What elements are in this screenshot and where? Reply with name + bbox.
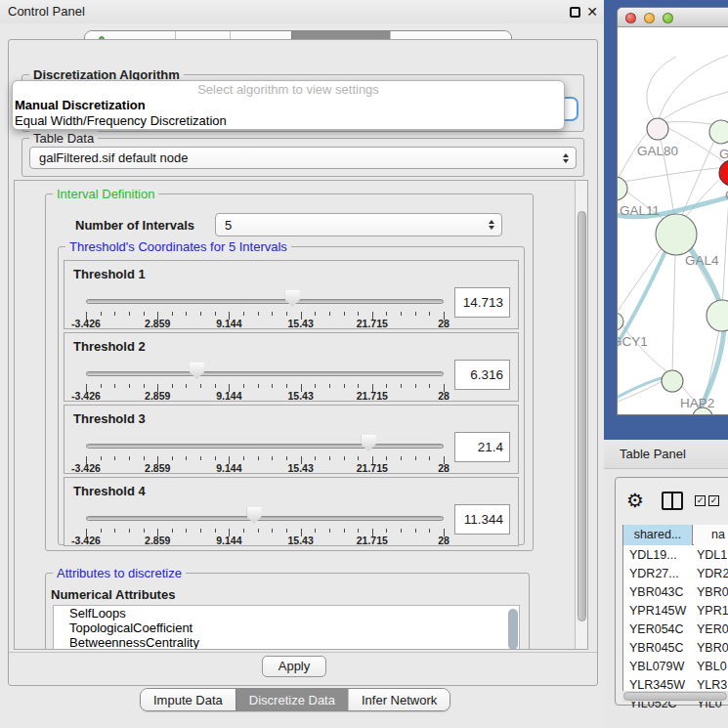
minimize-traffic-light-icon[interactable] (644, 13, 655, 23)
threshold-slider-thumb[interactable] (190, 363, 204, 379)
slider-tick-label: 9.144 (216, 535, 241, 546)
column-header-name[interactable]: na (694, 525, 728, 545)
close-traffic-light-icon[interactable] (625, 13, 636, 23)
slider-tick (286, 456, 287, 460)
slider-tick (315, 312, 316, 316)
threshold-slider-track[interactable] (86, 516, 444, 521)
tab-discretize-data[interactable]: Discretize Data (236, 689, 348, 710)
slider-tick (272, 312, 273, 316)
list-scrollbar[interactable] (508, 609, 518, 650)
threshold-slider-thumb[interactable] (247, 507, 262, 524)
apply-separator (9, 652, 597, 653)
table-header-row: shared... na (623, 525, 728, 545)
slider-tick (415, 312, 416, 316)
table-row[interactable]: YER054CYER0 (623, 621, 728, 639)
threshold-panel: Threshold 3-3.4262.8599.14415.4321.71528… (64, 405, 519, 474)
table-horizontal-scrollbar[interactable] (622, 691, 728, 702)
network-node[interactable] (709, 120, 728, 144)
combobox-stepper-icon[interactable] (563, 153, 569, 163)
slider-tick (129, 384, 130, 388)
algorithm-item-manual[interactable]: Manual Discretization (13, 98, 564, 113)
gear-icon[interactable]: ⚙ (626, 490, 644, 511)
slider-tick (329, 312, 330, 316)
threshold-value-field[interactable]: 6.316 (454, 360, 510, 390)
slider-tick-label: 28 (438, 390, 450, 402)
network-node-label: HAP2 (680, 396, 714, 410)
slider-tick-label: 28 (438, 318, 450, 329)
bottom-tab-bar: Impute DataDiscretize DataInfer Network (140, 688, 450, 711)
panel-scrollbar-thumb[interactable] (578, 211, 586, 621)
apply-button[interactable]: Apply (262, 656, 326, 677)
slider-tick (415, 456, 416, 460)
network-node[interactable] (618, 177, 627, 200)
slider-tick (315, 384, 316, 388)
slider-tick (186, 384, 187, 388)
table-row[interactable]: YBL079WYBL0 (623, 658, 728, 676)
combobox-stepper-icon[interactable] (489, 220, 494, 230)
network-node[interactable] (647, 118, 668, 140)
table-row[interactable]: YDL19...YDL1 (623, 546, 728, 565)
network-canvas[interactable]: GAL80GACGAL11GAL4HGCY1HAP2 (618, 28, 728, 415)
tab-label: Discretize Data (249, 693, 335, 707)
table-row[interactable]: YBR045CYBR0 (623, 639, 728, 658)
slider-tick-label: 15.43 (287, 318, 313, 329)
slider-tick (215, 456, 216, 460)
threshold-slider-thumb[interactable] (362, 435, 376, 451)
table-cell-name: YPR1 (697, 602, 728, 621)
checkbox-icon[interactable]: ✓ (695, 495, 706, 506)
checkbox-icon[interactable]: ✓ (708, 495, 719, 506)
slider-tick (415, 529, 416, 533)
zoom-traffic-light-icon[interactable] (663, 13, 673, 23)
slider-tick-label: -3.426 (71, 390, 101, 402)
slider-tick-label: 15.43 (287, 462, 313, 474)
threshold-slider-track[interactable] (86, 299, 444, 304)
network-node[interactable] (707, 300, 728, 331)
column-header-shared-name[interactable]: shared... (623, 525, 693, 545)
slider-tick (172, 312, 173, 316)
threshold-label: Threshold 4 (73, 484, 146, 498)
slider-tick-label: 21.715 (357, 535, 388, 546)
table-row[interactable]: YBR043CYBR0 (623, 583, 728, 602)
table-row[interactable]: YPR145WYPR1 (623, 602, 728, 621)
slider-tick (286, 312, 287, 316)
tab-infer-network[interactable]: Infer Network (348, 689, 450, 710)
threshold-slider-track[interactable] (86, 444, 444, 449)
float-window-icon[interactable] (570, 7, 580, 18)
threshold-slider-thumb[interactable] (285, 290, 300, 307)
network-node[interactable] (618, 313, 623, 330)
threshold-value-field[interactable]: 21.4 (454, 432, 510, 462)
table-row[interactable]: YDR27...YDR2 (623, 565, 728, 583)
network-node-label: GA (719, 147, 728, 161)
slider-tick-label: 9.144 (216, 390, 241, 402)
slider-tick (186, 312, 187, 316)
network-node[interactable] (662, 370, 683, 392)
table-data-combobox[interactable]: galFiltered.sif default node (29, 147, 577, 169)
attribute-list-item[interactable]: BetweennessCentrality (54, 635, 519, 650)
slider-tick (429, 384, 430, 388)
slider-tick (172, 384, 173, 388)
table-columns-icon[interactable] (662, 492, 683, 510)
numerical-attributes-list[interactable]: SelfLoopsTopologicalCoefficientBetweenne… (53, 605, 520, 650)
attribute-list-item[interactable]: TopologicalCoefficient (54, 621, 519, 635)
network-node[interactable] (656, 214, 697, 255)
slider-tick (144, 456, 145, 460)
threshold-slider-track[interactable] (86, 371, 444, 376)
panel-scrollbar[interactable] (575, 181, 587, 649)
tab-impute-data[interactable]: Impute Data (141, 689, 236, 710)
slider-tick (358, 529, 359, 533)
threshold-value-field[interactable]: 11.344 (454, 504, 510, 535)
table-horizontal-scrollbar-thumb[interactable] (623, 692, 727, 701)
slider-tick (114, 384, 115, 388)
network-node[interactable] (719, 160, 728, 186)
slider-tick-label: 28 (438, 462, 450, 474)
threshold-value-field[interactable]: 14.713 (454, 287, 510, 318)
algorithm-item-equal-width[interactable]: Equal Width/Frequency Discretization (13, 113, 564, 129)
algorithm-placeholder-item[interactable]: Select algorithm to view settings (13, 81, 564, 98)
network-node-label: GCY1 (618, 334, 648, 349)
attribute-list-item[interactable]: SelfLoops (54, 606, 519, 621)
network-node-label: GAL80 (637, 144, 678, 158)
number-of-intervals-combobox[interactable]: 5 (215, 213, 502, 236)
close-icon[interactable]: ✕ (586, 5, 598, 19)
table-cell-shared-name: YPR145W (629, 602, 686, 621)
slider-tick (101, 312, 102, 316)
